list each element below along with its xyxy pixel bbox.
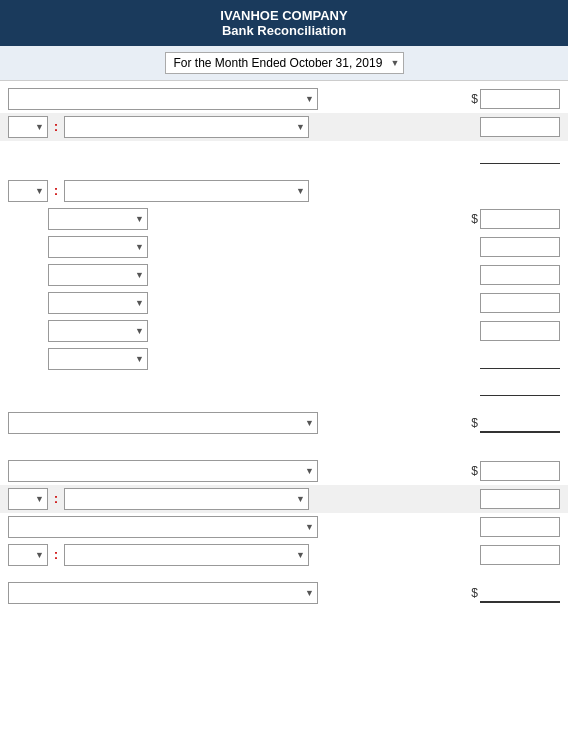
adj-bank-amount[interactable]: [480, 413, 560, 433]
deduct-debit-row: ▼ : ▼: [0, 541, 568, 569]
check-item-row-6: ▼: [0, 345, 568, 373]
check-amount-1[interactable]: [480, 209, 560, 229]
empty-row-1: [0, 141, 568, 167]
deduct-label-select[interactable]: [8, 180, 48, 202]
check-item-select-1[interactable]: [48, 208, 148, 230]
bank-balance-select[interactable]: [8, 88, 318, 110]
book-subtotal-select-wrapper[interactable]: ▼: [8, 516, 318, 538]
check-item-select-wrapper-2[interactable]: ▼: [48, 236, 148, 258]
book-balance-dollar: $: [471, 464, 478, 478]
book-balance-select-wrapper[interactable]: ▼: [8, 460, 318, 482]
check-amount-wrapper-6: [480, 349, 560, 369]
check-dollar-1: $: [471, 212, 478, 226]
check-item-row-2: ▼: [0, 233, 568, 261]
adj-book-select-wrapper[interactable]: ▼: [8, 582, 318, 604]
deposits-label-select-wrapper[interactable]: ▼: [64, 116, 309, 138]
outstanding-label-select[interactable]: [64, 180, 309, 202]
check-item-select-wrapper-5[interactable]: ▼: [48, 320, 148, 342]
check-item-select-2[interactable]: [48, 236, 148, 258]
check-amount-wrapper-5: [480, 321, 560, 341]
check-amount-wrapper-4: [480, 293, 560, 313]
check-item-select-wrapper-4[interactable]: ▼: [48, 292, 148, 314]
add-deposits-row: ▼ : ▼: [0, 113, 568, 141]
debit-memo-select[interactable]: [64, 544, 309, 566]
book-balance-amount[interactable]: [480, 461, 560, 481]
adj-book-amount[interactable]: [480, 583, 560, 603]
bank-balance-select-wrapper[interactable]: ▼: [8, 88, 318, 110]
debit-memo-select-wrapper[interactable]: ▼: [64, 544, 309, 566]
credit-add-select-wrapper[interactable]: ▼: [8, 488, 48, 510]
add-label-select[interactable]: [8, 116, 48, 138]
check-amount-wrapper-1: $: [471, 209, 560, 229]
company-name: IVANHOE COMPANY: [4, 8, 564, 23]
credit-memo-select[interactable]: [64, 488, 309, 510]
check-amount-6[interactable]: [480, 349, 560, 369]
adj-bank-dollar: $: [471, 416, 478, 430]
adjusted-bank-balance-row: ▼ $: [0, 409, 568, 437]
deduct-outstanding-row: ▼ : ▼: [0, 177, 568, 205]
book-subtotal-amount[interactable]: [480, 517, 560, 537]
check-amount-wrapper-3: [480, 265, 560, 285]
check-item-select-3[interactable]: [48, 264, 148, 286]
outstanding-subtotal-row: [0, 373, 568, 399]
page-header: IVANHOE COMPANY Bank Reconciliation For …: [0, 0, 568, 81]
bank-balance-row: ▼ $: [0, 85, 568, 113]
gap-4: [0, 447, 568, 457]
credit-amount[interactable]: [480, 489, 560, 509]
colon-1: :: [54, 120, 58, 134]
adj-bank-amount-wrapper: $: [471, 413, 560, 433]
deposits-amount-wrapper: [480, 117, 560, 137]
credit-add-select[interactable]: [8, 488, 48, 510]
subtotal-amount-1[interactable]: [480, 144, 560, 164]
book-subtotal-amount-wrapper: [480, 517, 560, 537]
debit-amount[interactable]: [480, 545, 560, 565]
gap-2: [0, 399, 568, 409]
deposits-amount[interactable]: [480, 117, 560, 137]
period-select[interactable]: For the Month Ended October 31, 2019: [165, 52, 404, 74]
period-dropdown-wrapper[interactable]: For the Month Ended October 31, 2019 ▼: [165, 52, 404, 74]
subtotal-amount-wrapper-1: [480, 144, 560, 164]
adj-bank-select[interactable]: [8, 412, 318, 434]
book-balance-select[interactable]: [8, 460, 318, 482]
adjusted-book-balance-row: ▼ $: [0, 579, 568, 607]
page-title: Bank Reconciliation: [4, 23, 564, 38]
check-item-row-3: ▼: [0, 261, 568, 289]
main-form: ▼ $ ▼ : ▼: [0, 81, 568, 611]
check-item-select-wrapper-3[interactable]: ▼: [48, 264, 148, 286]
credit-memo-select-wrapper[interactable]: ▼: [64, 488, 309, 510]
adj-book-amount-wrapper: $: [471, 583, 560, 603]
adj-book-select[interactable]: [8, 582, 318, 604]
book-subtotal-select[interactable]: [8, 516, 318, 538]
check-item-select-6[interactable]: [48, 348, 148, 370]
check-item-select-wrapper-1[interactable]: ▼: [48, 208, 148, 230]
deduct-label-select-wrapper[interactable]: ▼: [8, 180, 48, 202]
debit-amount-wrapper: [480, 545, 560, 565]
check-amount-5[interactable]: [480, 321, 560, 341]
bank-balance-amount-wrapper: $: [471, 89, 560, 109]
check-amount-2[interactable]: [480, 237, 560, 257]
colon-3: :: [54, 492, 58, 506]
check-item-select-wrapper-6[interactable]: ▼: [48, 348, 148, 370]
check-item-select-5[interactable]: [48, 320, 148, 342]
debit-deduct-select[interactable]: [8, 544, 48, 566]
check-amount-3[interactable]: [480, 265, 560, 285]
colon-2: :: [54, 184, 58, 198]
deposits-label-select[interactable]: [64, 116, 309, 138]
check-item-select-4[interactable]: [48, 292, 148, 314]
outstanding-label-select-wrapper[interactable]: ▼: [64, 180, 309, 202]
book-balance-row: ▼ $: [0, 457, 568, 485]
gap-1: [0, 167, 568, 177]
add-label-select-wrapper[interactable]: ▼: [8, 116, 48, 138]
bank-balance-dollar: $: [471, 92, 478, 106]
book-subtotal-row: ▼: [0, 513, 568, 541]
check-amount-4[interactable]: [480, 293, 560, 313]
check-item-row-4: ▼: [0, 289, 568, 317]
outstanding-subtotal[interactable]: [480, 376, 560, 396]
outstanding-subtotal-wrapper: [480, 376, 560, 396]
debit-deduct-select-wrapper[interactable]: ▼: [8, 544, 48, 566]
adj-bank-select-wrapper[interactable]: ▼: [8, 412, 318, 434]
gap-3: [0, 437, 568, 447]
bank-balance-amount[interactable]: [480, 89, 560, 109]
book-balance-amount-wrapper: $: [471, 461, 560, 481]
credit-amount-wrapper: [480, 489, 560, 509]
